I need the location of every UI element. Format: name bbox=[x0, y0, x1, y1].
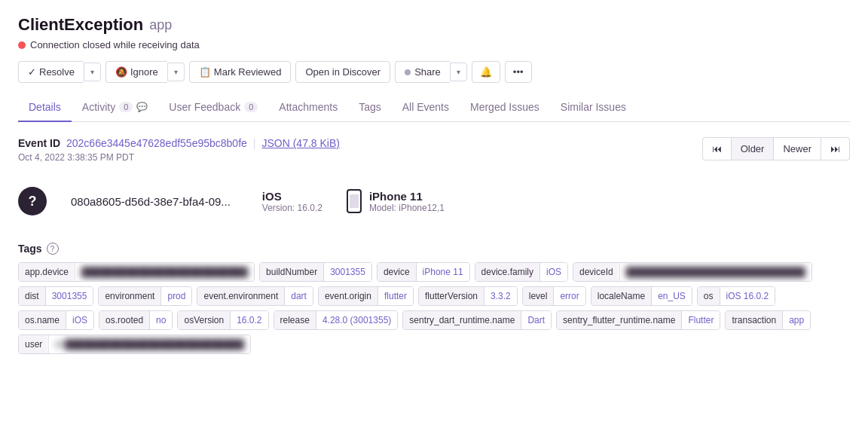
comment-icon: 💬 bbox=[136, 102, 148, 112]
nav-last-button[interactable]: ⏭ bbox=[821, 137, 850, 160]
share-label: Share bbox=[414, 66, 441, 78]
tab-tags[interactable]: Tags bbox=[348, 93, 392, 122]
bell-icon: 🔔 bbox=[480, 66, 492, 78]
tag-value[interactable]: iOS 16.0.2 bbox=[720, 287, 775, 305]
tag-key: event.origin bbox=[319, 287, 378, 305]
tag-value[interactable]: iPhone 11 bbox=[417, 263, 469, 281]
share-dot-icon bbox=[405, 69, 411, 75]
mark-reviewed-label: Mark Reviewed bbox=[214, 66, 282, 78]
tag-key: event.environment bbox=[197, 287, 285, 305]
resolve-dropdown-button[interactable]: ▾ bbox=[84, 63, 101, 81]
tag-value[interactable]: error bbox=[554, 287, 585, 305]
device-avatar: ? bbox=[18, 187, 47, 215]
phone-icon bbox=[347, 189, 362, 213]
tab-user-feedback[interactable]: User Feedback 0 bbox=[158, 93, 268, 122]
tags-grid: app.device██████████████████████████buil… bbox=[18, 262, 850, 354]
event-meta: Event ID 202c66e3445e47628edf55e95bc8b0f… bbox=[18, 137, 850, 163]
share-dropdown-button[interactable]: ▾ bbox=[450, 63, 467, 81]
nav-newer-label: Newer bbox=[783, 143, 811, 154]
tab-activity-label: Activity bbox=[82, 101, 115, 113]
more-icon: ••• bbox=[513, 66, 524, 78]
ignore-dropdown-button[interactable]: ▾ bbox=[167, 63, 185, 81]
tag-value[interactable]: no bbox=[150, 311, 172, 329]
tag-value[interactable]: 3001355 bbox=[324, 263, 371, 281]
device-info-row: ? 080a8605-d56d-38e7-bfa4-09... iOS Vers… bbox=[18, 178, 850, 225]
tags-header: Tags ? bbox=[18, 243, 850, 255]
tab-similar-issues[interactable]: Similar Issues bbox=[550, 93, 637, 122]
tag-item: localeNameen_US bbox=[591, 286, 692, 306]
mark-reviewed-button[interactable]: 📋 Mark Reviewed bbox=[189, 61, 292, 83]
event-json-link[interactable]: JSON (47.8 KiB) bbox=[261, 137, 339, 149]
os-version: Version: 16.0.2 bbox=[262, 203, 322, 213]
tag-value[interactable]: 3001355 bbox=[46, 287, 93, 305]
tag-value[interactable]: 4.28.0 (3001355) bbox=[316, 311, 397, 329]
tab-all-events[interactable]: All Events bbox=[392, 93, 460, 122]
issue-header: ClientException app bbox=[18, 15, 850, 35]
tag-value[interactable]: prod bbox=[161, 287, 191, 305]
tab-tags-label: Tags bbox=[359, 101, 381, 113]
os-name: iOS bbox=[262, 190, 322, 203]
tags-section: Tags ? app.device███████████████████████… bbox=[18, 243, 850, 354]
tab-activity[interactable]: Activity 0 💬 bbox=[72, 93, 158, 122]
tab-attachments[interactable]: Attachments bbox=[268, 93, 348, 122]
help-icon[interactable]: ? bbox=[47, 243, 59, 255]
tag-value[interactable]: Dart bbox=[521, 311, 551, 329]
event-id-value[interactable]: 202c66e3445e47628edf55e95bc8b0fe bbox=[66, 137, 247, 149]
tag-key: device bbox=[377, 263, 417, 281]
tag-value[interactable]: iOS bbox=[540, 263, 567, 281]
tag-item: release4.28.0 (3001355) bbox=[274, 310, 399, 330]
ignore-button[interactable]: 🔕 Ignore bbox=[105, 61, 167, 83]
tag-value[interactable]: app bbox=[783, 311, 810, 329]
nav-older-button[interactable]: Older bbox=[732, 137, 775, 160]
tag-item: osiOS 16.0.2 bbox=[697, 286, 775, 306]
tag-key: os.name bbox=[19, 311, 66, 329]
share-button[interactable]: Share bbox=[395, 61, 450, 83]
tag-key: app.device bbox=[19, 263, 75, 281]
resolve-label: Resolve bbox=[39, 66, 75, 78]
tab-user-feedback-label: User Feedback bbox=[169, 101, 240, 113]
tag-value: ████████████████████████████ bbox=[620, 263, 811, 281]
tag-value[interactable]: 16.0.2 bbox=[231, 311, 267, 329]
tag-value[interactable]: Flutter bbox=[682, 311, 720, 329]
tag-value[interactable]: dart bbox=[285, 287, 313, 305]
open-discover-button[interactable]: Open in Discover bbox=[295, 61, 390, 83]
tab-all-events-label: All Events bbox=[402, 101, 449, 113]
issue-platform: app bbox=[149, 17, 172, 33]
tab-activity-badge: 0 bbox=[119, 102, 133, 112]
tab-details[interactable]: Details bbox=[18, 93, 72, 122]
tag-item: levelerror bbox=[522, 286, 586, 306]
tag-value[interactable]: flutter bbox=[378, 287, 413, 305]
tag-item: os.rootedno bbox=[99, 310, 173, 330]
tag-value[interactable]: en_US bbox=[652, 287, 692, 305]
notifications-button[interactable]: 🔔 bbox=[472, 61, 500, 83]
more-button[interactable]: ••• bbox=[505, 61, 532, 83]
resolve-button[interactable]: ✓ Resolve bbox=[18, 61, 84, 83]
tag-item: event.environmentdart bbox=[197, 286, 313, 306]
tag-item: environmentprod bbox=[98, 286, 192, 306]
tab-merged-issues[interactable]: Merged Issues bbox=[460, 93, 550, 122]
tags-label: Tags bbox=[18, 243, 42, 255]
tag-value: id:████████████████████████████ bbox=[49, 335, 250, 353]
tab-details-label: Details bbox=[29, 101, 61, 113]
tag-value[interactable]: iOS bbox=[66, 311, 93, 329]
tag-key: level bbox=[523, 287, 555, 305]
tabs-bar: Details Activity 0 💬 User Feedback 0 Att… bbox=[18, 93, 850, 122]
tag-item: device.familyiOS bbox=[475, 262, 568, 282]
tag-key: transaction bbox=[726, 311, 783, 329]
tag-item: userid:████████████████████████████ bbox=[18, 335, 251, 354]
nav-newer-button[interactable]: Newer bbox=[774, 137, 821, 160]
phone-info: iPhone 11 Model: iPhone12,1 bbox=[369, 190, 445, 213]
tag-key: flutterVersion bbox=[419, 287, 484, 305]
tag-value[interactable]: 3.3.2 bbox=[484, 287, 517, 305]
device-id: 080a8605-d56d-38e7-bfa4-09... bbox=[71, 195, 231, 208]
ignore-label: Ignore bbox=[130, 66, 158, 78]
subtitle-text: Connection closed while receiving data bbox=[30, 39, 200, 50]
tag-item: sentry_dart_runtime.nameDart bbox=[402, 310, 552, 330]
check-icon: ✓ bbox=[28, 66, 36, 78]
clipboard-icon: 📋 bbox=[199, 66, 211, 78]
nav-first-icon: ⏮ bbox=[712, 143, 722, 154]
tag-key: release bbox=[274, 311, 316, 329]
nav-first-button[interactable]: ⏮ bbox=[702, 137, 732, 160]
event-timestamp: Oct 4, 2022 3:38:35 PM PDT bbox=[18, 152, 340, 163]
tab-merged-issues-label: Merged Issues bbox=[470, 101, 539, 113]
